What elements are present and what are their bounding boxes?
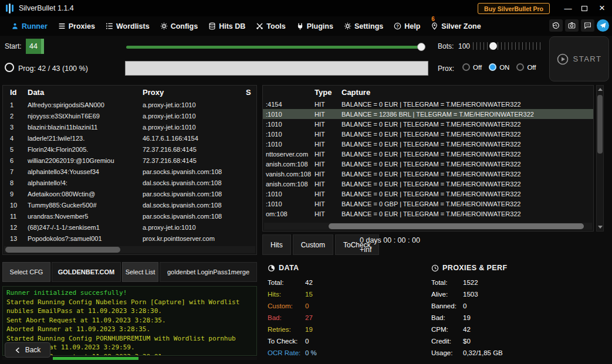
vscroll-thumb[interactable]	[597, 95, 603, 154]
buy-pro-button[interactable]: Buy SilverBullet Pro	[478, 3, 550, 14]
start-value-input[interactable]: 44	[26, 39, 44, 54]
cell-proxy: prox.kr.pointtoserver.com	[143, 235, 246, 242]
table-row[interactable]: 4laderle!21:lwile!123.46.17.6.1.166:4154	[3, 132, 256, 144]
proxy-radio-2[interactable]: Off	[516, 63, 536, 71]
runner-timer: 0 days 00 : 00 : 00 +inf	[360, 236, 420, 254]
table-row[interactable]: 1Alfredyo:spirigodsiSAN000a.proxy-jet.io…	[3, 99, 256, 110]
radio-label: Off	[527, 64, 536, 71]
proxy-stats-header: PROXIES & PERF	[431, 264, 507, 272]
nav-item-hits-db[interactable]: Hits DB	[203, 16, 251, 36]
back-button[interactable]: Back	[5, 342, 50, 358]
hit-row[interactable]: :1010HITBALANCE = 0 EUR | TELEGRAM = T.M…	[263, 119, 593, 129]
selected-config-name: GOLDENBET.COM	[52, 262, 121, 282]
nav-item-label: Help	[404, 22, 420, 30]
cell-proxy-tail: :1010	[263, 190, 315, 198]
cell-id: 9	[3, 190, 28, 198]
nav-item-settings[interactable]: Settings	[339, 16, 388, 36]
bots-value: 100	[458, 42, 470, 50]
table-row[interactable]: 3blazini:blazini11blazini11a.proxy-jet.i…	[3, 121, 256, 132]
proxy-radio-0[interactable]: Off	[462, 63, 482, 71]
table-row[interactable]: 8alphaintello!4:dal.socks.ipvanish.com:1…	[3, 177, 256, 188]
col-proxy: Proxy	[143, 88, 246, 97]
nav-item-help[interactable]: ?Help	[388, 16, 425, 36]
nav-item-proxies[interactable]: Proxies	[53, 16, 100, 36]
stat-row: CPM:42	[431, 324, 503, 335]
table-row[interactable]: 11urandras:November5par.socks.ipvanish.c…	[3, 210, 256, 222]
nav-item-plugins[interactable]: Plugins	[291, 16, 339, 36]
bots-slider[interactable]	[473, 42, 543, 50]
scroll-up-arrow[interactable]	[597, 86, 603, 93]
nav-item-runner[interactable]: Runner	[6, 16, 53, 36]
hit-row[interactable]: :1010HITBALANCE = 0 EUR | TELEGRAM = T.M…	[263, 189, 593, 199]
hit-row[interactable]: vanish.com:108HITBALANCE = 0 EUR | TELEG…	[263, 169, 593, 179]
hit-row[interactable]: anish.com:108HITBALANCE = 0 EUR | TELEGR…	[263, 159, 593, 169]
minimize-button[interactable]: —	[560, 0, 576, 16]
play-icon	[557, 53, 569, 65]
data-stats-icon	[268, 264, 275, 272]
table-row[interactable]: 12(68)247-/-1-1/:senkisem1a.proxy-jet.io…	[3, 222, 256, 233]
chat-button[interactable]	[581, 19, 594, 32]
data-table-hscrollbar[interactable]	[4, 246, 255, 253]
hits-table-vscrollbar[interactable]	[596, 85, 604, 232]
hit-row[interactable]: anish.com:108HITBALANCE = 0 EUR | TELEGR…	[263, 179, 593, 189]
table-row[interactable]: 13Popodokolos?:samuel001prox.kr.pointtos…	[3, 233, 256, 244]
radio-label: Off	[473, 64, 482, 71]
col-id: Id	[3, 88, 28, 97]
stat-value: 0 %	[305, 349, 317, 356]
maximize-button[interactable]	[577, 0, 592, 16]
nav-item-label: Plugins	[307, 22, 333, 30]
table-row[interactable]: 6willian22062019:@10Gremiou72.37.216.68:…	[3, 155, 256, 166]
cell-proxy-tail: :1010	[263, 141, 315, 148]
stat-row: To Check:0	[268, 335, 317, 347]
nav-item-silver-zone[interactable]: Silver Zone6	[425, 16, 486, 36]
log-scroll-thumb[interactable]	[53, 357, 138, 360]
nav-item-configs[interactable]: Configs	[155, 16, 204, 36]
nav-item-wordlists[interactable]: Wordlists	[100, 16, 155, 36]
proxy-stats-title: PROXIES & PERF	[442, 264, 507, 272]
nav-item-tools[interactable]: Tools	[251, 16, 290, 36]
camera-button[interactable]	[565, 19, 579, 32]
stat-label: Retries:	[268, 326, 305, 333]
hscroll-thumb[interactable]	[329, 223, 584, 229]
cell-capture: BALANCE = 0 EUR | TELEGRAM = T.ME/HEROIN…	[341, 131, 593, 138]
telegram-button[interactable]	[597, 19, 609, 32]
stat-label: Custom:	[268, 302, 305, 309]
close-button[interactable]: ×	[594, 0, 610, 16]
select-config-button[interactable]: Select CFG	[2, 262, 50, 282]
table-row[interactable]: 7alphaintello34:Youssef34par.socks.ipvan…	[3, 166, 256, 177]
tab-custom[interactable]: Custom	[293, 234, 333, 255]
title-bar: SilverBullet 1.1.4 Buy SilverBullet Pro …	[0, 0, 612, 16]
table-row[interactable]: 5Florin24k:Florin2005.72.37.216.68:4145	[3, 144, 256, 155]
hit-row[interactable]: om:108HITBALANCE = 0 EUR | TELEGRAM = T.…	[263, 209, 593, 219]
cell-capture: BALANCE = 0 GBP | TELEGRAM = T.ME/HEROIN…	[341, 200, 593, 207]
hit-row[interactable]: :1010HITBALANCE = 0 EUR | TELEGRAM = T.M…	[263, 139, 593, 149]
stat-value: $0	[463, 338, 471, 345]
bots-slider-thumb[interactable]	[489, 42, 497, 50]
start-button[interactable]: START	[549, 36, 609, 81]
hscroll-thumb[interactable]	[5, 247, 120, 253]
configs-icon	[160, 22, 168, 30]
hit-row[interactable]: :4154HITBALANCE = 0 EUR | TELEGRAM = T.M…	[263, 99, 593, 109]
table-row[interactable]: 10Tummy885:Gucker500#dal.socks.ipvanish.…	[3, 199, 256, 210]
log-line: Started Running Config Nubelies Porn [Ca…	[6, 298, 253, 316]
hit-row[interactable]: nttoserver.comHITBALANCE = 0 EUR | TELEG…	[263, 149, 593, 159]
hit-row[interactable]: :1010HITBALANCE = 12386 BRL | TELEGRAM =…	[263, 109, 593, 119]
hit-row[interactable]: :1010HITBALANCE = 0 EUR | TELEGRAM = T.M…	[263, 129, 593, 139]
table-row[interactable]: 2njoyyss:e3StXhuinT6E69a.proxy-jet.io:10…	[3, 110, 256, 121]
cell-id: 7	[3, 168, 28, 175]
nav-badge: 6	[431, 16, 435, 22]
app-title: SilverBullet 1.1.4	[19, 4, 74, 12]
log-line: Runner initialized succesfully!	[6, 288, 253, 298]
hits-table-hscrollbar[interactable]	[264, 223, 592, 230]
history-button[interactable]	[549, 19, 563, 32]
proxy-radio-1[interactable]: ON	[489, 63, 509, 71]
progress-slider[interactable]	[126, 46, 424, 49]
select-wordlist-button[interactable]: Select List	[122, 262, 158, 282]
slider-thumb[interactable]	[417, 43, 425, 51]
tab-hits[interactable]: Hits	[262, 234, 291, 255]
cell-capture: BALANCE = 0 EUR | TELEGRAM = T.ME/HEROIN…	[341, 181, 593, 188]
hit-row[interactable]: :1010HITBALANCE = 0 GBP | TELEGRAM = T.M…	[263, 199, 593, 209]
scroll-down-arrow[interactable]	[597, 223, 603, 231]
table-row[interactable]: 9Adetaikoon:080Wctin@par.socks.ipvanish.…	[3, 188, 256, 199]
svg-text:?: ?	[396, 23, 399, 29]
